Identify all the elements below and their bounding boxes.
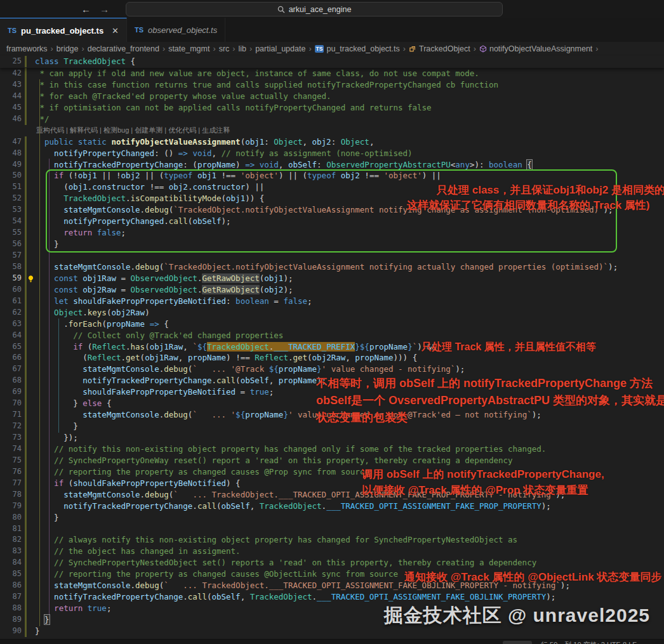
line-number[interactable]: 69 <box>0 386 22 398</box>
line-number[interactable]: 75 <box>0 455 22 466</box>
code-line[interactable]: 84 // SynchedPropertyNestedObject set() … <box>0 557 664 568</box>
line-number[interactable]: 60 <box>0 284 22 296</box>
code-text: stateMgmtConsole.debug(`TrackedObject.no… <box>35 261 618 273</box>
breadcrumb-item[interactable]: declarative_frontend <box>88 44 159 53</box>
line-number[interactable]: 52 <box>0 193 22 204</box>
code-line[interactable]: 80 } <box>0 512 664 523</box>
line-number[interactable]: 66 <box>0 352 22 364</box>
line-number[interactable]: 42 <box>0 68 22 79</box>
line-number[interactable]: 85 <box>0 568 22 580</box>
git-modified-bar <box>25 239 27 250</box>
code-line[interactable]: 60 const obj2Raw = ObservedObject.GetRaw… <box>0 284 664 296</box>
codelens-actions[interactable]: 重构代码 | 解释代码 | 检测bug | 创建单测 | 优化代码 | 生成注释 <box>36 125 230 136</box>
line-number[interactable]: 49 <box>0 159 22 171</box>
breadcrumb-item[interactable]: bridge <box>56 44 79 53</box>
breadcrumb-file[interactable]: pu_tracked_object.ts <box>326 44 399 53</box>
code-line[interactable]: 74 // notify this non-existing object pr… <box>0 444 664 455</box>
code-line[interactable]: 42 * can apply if old and new value are … <box>0 68 664 79</box>
tab-pu-tracked-object[interactable]: TS pu_tracked_object.ts ✕ <box>0 18 127 43</box>
line-number[interactable]: 46 <box>0 114 22 125</box>
line-number[interactable]: 55 <box>0 227 22 239</box>
forward-arrow-icon[interactable]: → <box>100 4 109 15</box>
command-center-search[interactable]: arkui_ace_engine <box>126 2 503 16</box>
code-line[interactable]: 45 * if optimisation can not be applied … <box>0 102 664 114</box>
back-arrow-icon[interactable]: ← <box>81 4 91 15</box>
code-line[interactable]: 81 <box>0 523 664 535</box>
code-line[interactable]: 58 stateMgmtConsole.debug(`TrackedObject… <box>0 261 664 273</box>
code-line[interactable]: 82 // always notify this non-existing ob… <box>0 534 664 546</box>
line-number[interactable]: 48 <box>0 148 22 159</box>
line-number[interactable]: 54 <box>0 216 22 227</box>
git-modified-bar <box>25 102 27 114</box>
line-number[interactable]: 77 <box>0 478 22 489</box>
breadcrumb-item[interactable]: lib <box>238 44 246 53</box>
line-number[interactable]: 61 <box>0 296 22 307</box>
code-line[interactable]: 83 // the object has changed in assigmen… <box>0 546 664 557</box>
code-line[interactable]: 47 public static notifyObjectValueAssign… <box>0 136 664 148</box>
code-line[interactable]: 63 .forEach(propName => { <box>0 319 664 330</box>
line-number[interactable]: 83 <box>0 546 22 557</box>
line-number[interactable]: 50 <box>0 170 22 181</box>
code-line[interactable]: 44 * for each @Tracked'ed property whose… <box>0 91 664 102</box>
line-number[interactable]: 51 <box>0 181 22 193</box>
line-number[interactable]: 82 <box>0 534 22 546</box>
code-line[interactable]: 75 // SynchedPropertyOneWay reset() repo… <box>0 455 664 466</box>
line-number[interactable]: 43 <box>0 79 22 91</box>
line-number[interactable]: 72 <box>0 421 22 432</box>
line-number[interactable]: 44 <box>0 91 22 102</box>
line-number[interactable]: 45 <box>0 102 22 114</box>
code-line[interactable]: 66 (Reflect.get(obj1Raw, propName) !== R… <box>0 352 664 364</box>
line-number[interactable]: 56 <box>0 239 22 250</box>
code-line[interactable]: 59 const obj1Raw = ObservedObject.GetRaw… <box>0 273 664 284</box>
line-number[interactable]: 76 <box>0 466 22 478</box>
line-number[interactable]: 53 <box>0 204 22 216</box>
line-number[interactable]: 68 <box>0 375 22 386</box>
line-number[interactable]: 84 <box>0 557 22 568</box>
breadcrumb-item[interactable]: frameworks <box>6 44 48 53</box>
line-number[interactable]: 74 <box>0 444 22 455</box>
line-number[interactable]: 57 <box>0 250 22 261</box>
code-line[interactable]: 62 Object.keys(obj2Raw) <box>0 307 664 319</box>
tab-observed-object[interactable]: TS observed_object.ts <box>127 18 225 42</box>
code-line[interactable]: 87 notifyTrackedPropertyChange.call(obSe… <box>0 591 664 603</box>
line-number[interactable]: 89 <box>0 614 22 626</box>
code-line[interactable]: 64 // Collect only @Track'ed changed pro… <box>0 330 664 341</box>
line-number[interactable]: 67 <box>0 364 22 375</box>
line-number[interactable]: 80 <box>0 512 22 523</box>
line-number[interactable]: 63 <box>0 319 22 330</box>
line-number[interactable]: 59 <box>0 273 22 284</box>
line-number[interactable]: 88 <box>0 603 22 614</box>
breadcrumb-method[interactable]: notifyObjectValueAssignment <box>489 44 592 53</box>
status-notification-chip <box>503 641 532 644</box>
code-line[interactable]: 46 */ <box>0 114 664 125</box>
line-number[interactable]: 64 <box>0 330 22 341</box>
code-line[interactable]: 43 * in this case function returns true … <box>0 79 664 91</box>
line-number[interactable]: 65 <box>0 341 22 353</box>
line-number[interactable]: 81 <box>0 523 22 535</box>
code-line[interactable]: 48 notifyPropertyChanged: () => void, //… <box>0 148 664 159</box>
line-number[interactable]: 58 <box>0 261 22 273</box>
close-tab-icon[interactable]: ✕ <box>112 26 119 36</box>
line-number[interactable]: 86 <box>0 580 22 591</box>
line-number[interactable]: 71 <box>0 409 22 421</box>
line-number[interactable]: 78 <box>0 489 22 501</box>
code-line[interactable]: 61 let shouldFakePropPropertyBeNotified:… <box>0 296 664 307</box>
line-number[interactable]: 70 <box>0 398 22 409</box>
code-line[interactable]: 49 notifyTrackedPropertyChange: (propNam… <box>0 159 664 171</box>
git-modified-bar <box>25 568 27 580</box>
line-number[interactable]: 87 <box>0 591 22 603</box>
breadcrumb-item[interactable]: partial_update <box>255 44 305 53</box>
line-number[interactable]: 90 <box>0 626 22 637</box>
code-line[interactable]: 67 stateMgmtConsole.debug(` ... '@Track … <box>0 364 664 375</box>
sticky-scroll-line[interactable]: 25 class TrackedObject { <box>0 56 664 68</box>
breadcrumb-item[interactable]: src <box>219 44 230 53</box>
codelens-row: 重构代码 | 解释代码 | 检测bug | 创建单测 | 优化代码 | 生成注释 <box>0 125 664 136</box>
line-number[interactable]: 47 <box>0 136 22 148</box>
code-line[interactable]: 79 notifyTrackedPropertyChange.call(obSe… <box>0 501 664 512</box>
line-number[interactable]: 62 <box>0 307 22 319</box>
breadcrumb-item[interactable]: state_mgmt <box>168 44 209 53</box>
code-line[interactable]: 73 }); <box>0 432 664 444</box>
breadcrumb-class[interactable]: TrackedObject <box>419 44 470 53</box>
line-number[interactable]: 79 <box>0 501 22 512</box>
line-number[interactable]: 73 <box>0 432 22 444</box>
